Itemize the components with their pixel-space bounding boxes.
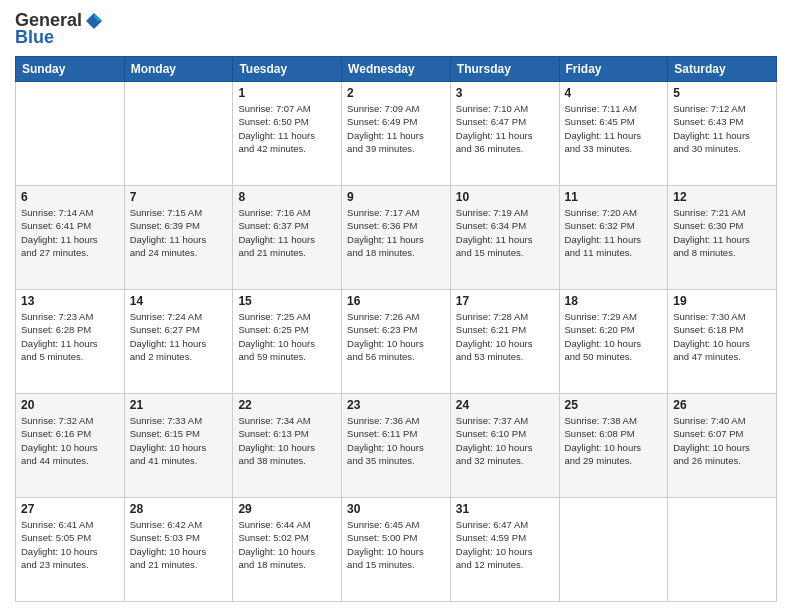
day-info: Sunrise: 7:37 AM Sunset: 6:10 PM Dayligh… — [456, 414, 554, 467]
calendar-day-header: Wednesday — [342, 57, 451, 82]
calendar-cell — [559, 498, 668, 602]
calendar-cell: 30Sunrise: 6:45 AM Sunset: 5:00 PM Dayli… — [342, 498, 451, 602]
calendar-cell: 1Sunrise: 7:07 AM Sunset: 6:50 PM Daylig… — [233, 82, 342, 186]
calendar-cell: 5Sunrise: 7:12 AM Sunset: 6:43 PM Daylig… — [668, 82, 777, 186]
calendar-day-header: Tuesday — [233, 57, 342, 82]
day-number: 23 — [347, 398, 445, 412]
day-number: 8 — [238, 190, 336, 204]
calendar-cell: 28Sunrise: 6:42 AM Sunset: 5:03 PM Dayli… — [124, 498, 233, 602]
day-info: Sunrise: 7:20 AM Sunset: 6:32 PM Dayligh… — [565, 206, 663, 259]
calendar-cell: 4Sunrise: 7:11 AM Sunset: 6:45 PM Daylig… — [559, 82, 668, 186]
day-number: 1 — [238, 86, 336, 100]
calendar-cell: 7Sunrise: 7:15 AM Sunset: 6:39 PM Daylig… — [124, 186, 233, 290]
calendar-cell: 14Sunrise: 7:24 AM Sunset: 6:27 PM Dayli… — [124, 290, 233, 394]
day-info: Sunrise: 7:28 AM Sunset: 6:21 PM Dayligh… — [456, 310, 554, 363]
calendar-day-header: Sunday — [16, 57, 125, 82]
day-info: Sunrise: 7:21 AM Sunset: 6:30 PM Dayligh… — [673, 206, 771, 259]
calendar-day-header: Monday — [124, 57, 233, 82]
day-info: Sunrise: 7:40 AM Sunset: 6:07 PM Dayligh… — [673, 414, 771, 467]
calendar-header-row: SundayMondayTuesdayWednesdayThursdayFrid… — [16, 57, 777, 82]
day-number: 29 — [238, 502, 336, 516]
calendar-cell: 27Sunrise: 6:41 AM Sunset: 5:05 PM Dayli… — [16, 498, 125, 602]
calendar-cell: 22Sunrise: 7:34 AM Sunset: 6:13 PM Dayli… — [233, 394, 342, 498]
day-number: 9 — [347, 190, 445, 204]
calendar-cell: 15Sunrise: 7:25 AM Sunset: 6:25 PM Dayli… — [233, 290, 342, 394]
calendar-day-header: Thursday — [450, 57, 559, 82]
calendar-cell: 11Sunrise: 7:20 AM Sunset: 6:32 PM Dayli… — [559, 186, 668, 290]
calendar-cell: 13Sunrise: 7:23 AM Sunset: 6:28 PM Dayli… — [16, 290, 125, 394]
calendar-cell: 8Sunrise: 7:16 AM Sunset: 6:37 PM Daylig… — [233, 186, 342, 290]
day-number: 16 — [347, 294, 445, 308]
calendar-cell — [16, 82, 125, 186]
calendar-cell: 3Sunrise: 7:10 AM Sunset: 6:47 PM Daylig… — [450, 82, 559, 186]
day-number: 15 — [238, 294, 336, 308]
calendar-cell: 20Sunrise: 7:32 AM Sunset: 6:16 PM Dayli… — [16, 394, 125, 498]
day-info: Sunrise: 7:14 AM Sunset: 6:41 PM Dayligh… — [21, 206, 119, 259]
day-number: 28 — [130, 502, 228, 516]
calendar-day-header: Friday — [559, 57, 668, 82]
day-number: 31 — [456, 502, 554, 516]
calendar-cell: 9Sunrise: 7:17 AM Sunset: 6:36 PM Daylig… — [342, 186, 451, 290]
day-info: Sunrise: 7:23 AM Sunset: 6:28 PM Dayligh… — [21, 310, 119, 363]
calendar-cell: 29Sunrise: 6:44 AM Sunset: 5:02 PM Dayli… — [233, 498, 342, 602]
calendar-cell: 6Sunrise: 7:14 AM Sunset: 6:41 PM Daylig… — [16, 186, 125, 290]
day-number: 10 — [456, 190, 554, 204]
day-info: Sunrise: 7:16 AM Sunset: 6:37 PM Dayligh… — [238, 206, 336, 259]
calendar-day-header: Saturday — [668, 57, 777, 82]
calendar-cell: 10Sunrise: 7:19 AM Sunset: 6:34 PM Dayli… — [450, 186, 559, 290]
logo-blue-text: Blue — [15, 27, 54, 48]
day-info: Sunrise: 7:34 AM Sunset: 6:13 PM Dayligh… — [238, 414, 336, 467]
day-number: 25 — [565, 398, 663, 412]
day-number: 21 — [130, 398, 228, 412]
calendar-week-row: 1Sunrise: 7:07 AM Sunset: 6:50 PM Daylig… — [16, 82, 777, 186]
day-info: Sunrise: 7:17 AM Sunset: 6:36 PM Dayligh… — [347, 206, 445, 259]
day-info: Sunrise: 6:44 AM Sunset: 5:02 PM Dayligh… — [238, 518, 336, 571]
day-info: Sunrise: 7:07 AM Sunset: 6:50 PM Dayligh… — [238, 102, 336, 155]
calendar-week-row: 13Sunrise: 7:23 AM Sunset: 6:28 PM Dayli… — [16, 290, 777, 394]
day-info: Sunrise: 7:24 AM Sunset: 6:27 PM Dayligh… — [130, 310, 228, 363]
day-number: 27 — [21, 502, 119, 516]
day-info: Sunrise: 7:09 AM Sunset: 6:49 PM Dayligh… — [347, 102, 445, 155]
calendar-cell: 21Sunrise: 7:33 AM Sunset: 6:15 PM Dayli… — [124, 394, 233, 498]
day-number: 19 — [673, 294, 771, 308]
day-info: Sunrise: 7:32 AM Sunset: 6:16 PM Dayligh… — [21, 414, 119, 467]
day-number: 26 — [673, 398, 771, 412]
calendar-week-row: 20Sunrise: 7:32 AM Sunset: 6:16 PM Dayli… — [16, 394, 777, 498]
day-number: 13 — [21, 294, 119, 308]
calendar-cell: 12Sunrise: 7:21 AM Sunset: 6:30 PM Dayli… — [668, 186, 777, 290]
calendar-week-row: 27Sunrise: 6:41 AM Sunset: 5:05 PM Dayli… — [16, 498, 777, 602]
day-number: 4 — [565, 86, 663, 100]
calendar-cell: 24Sunrise: 7:37 AM Sunset: 6:10 PM Dayli… — [450, 394, 559, 498]
logo: General Blue — [15, 10, 104, 48]
day-number: 17 — [456, 294, 554, 308]
logo-icon — [84, 11, 104, 31]
day-number: 2 — [347, 86, 445, 100]
calendar-cell: 2Sunrise: 7:09 AM Sunset: 6:49 PM Daylig… — [342, 82, 451, 186]
day-number: 24 — [456, 398, 554, 412]
calendar-cell — [668, 498, 777, 602]
calendar-cell: 31Sunrise: 6:47 AM Sunset: 4:59 PM Dayli… — [450, 498, 559, 602]
day-info: Sunrise: 7:10 AM Sunset: 6:47 PM Dayligh… — [456, 102, 554, 155]
day-info: Sunrise: 7:26 AM Sunset: 6:23 PM Dayligh… — [347, 310, 445, 363]
calendar-cell: 23Sunrise: 7:36 AM Sunset: 6:11 PM Dayli… — [342, 394, 451, 498]
calendar-cell — [124, 82, 233, 186]
day-info: Sunrise: 7:25 AM Sunset: 6:25 PM Dayligh… — [238, 310, 336, 363]
calendar-cell: 19Sunrise: 7:30 AM Sunset: 6:18 PM Dayli… — [668, 290, 777, 394]
day-info: Sunrise: 7:19 AM Sunset: 6:34 PM Dayligh… — [456, 206, 554, 259]
day-number: 18 — [565, 294, 663, 308]
day-number: 3 — [456, 86, 554, 100]
day-number: 20 — [21, 398, 119, 412]
header: General Blue — [15, 10, 777, 48]
day-info: Sunrise: 7:29 AM Sunset: 6:20 PM Dayligh… — [565, 310, 663, 363]
day-number: 5 — [673, 86, 771, 100]
day-info: Sunrise: 7:15 AM Sunset: 6:39 PM Dayligh… — [130, 206, 228, 259]
day-info: Sunrise: 7:38 AM Sunset: 6:08 PM Dayligh… — [565, 414, 663, 467]
day-number: 22 — [238, 398, 336, 412]
day-info: Sunrise: 7:11 AM Sunset: 6:45 PM Dayligh… — [565, 102, 663, 155]
calendar-cell: 18Sunrise: 7:29 AM Sunset: 6:20 PM Dayli… — [559, 290, 668, 394]
day-number: 11 — [565, 190, 663, 204]
day-info: Sunrise: 7:12 AM Sunset: 6:43 PM Dayligh… — [673, 102, 771, 155]
day-info: Sunrise: 7:30 AM Sunset: 6:18 PM Dayligh… — [673, 310, 771, 363]
day-info: Sunrise: 7:33 AM Sunset: 6:15 PM Dayligh… — [130, 414, 228, 467]
day-number: 6 — [21, 190, 119, 204]
